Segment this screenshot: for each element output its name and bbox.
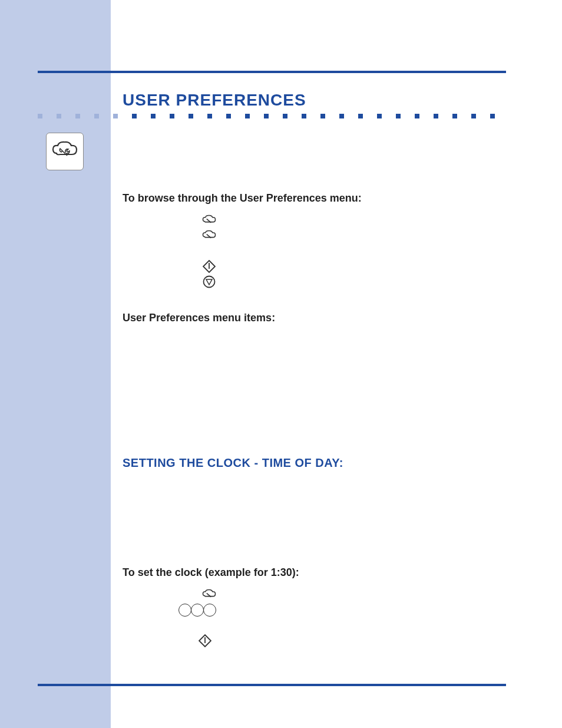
instruction-line <box>202 228 535 243</box>
instruction-line <box>202 618 535 633</box>
instruction-line <box>202 243 535 259</box>
spacer <box>123 332 535 397</box>
instruction-line <box>178 602 535 618</box>
sidebar <box>0 0 111 728</box>
section-heading: SETTING THE CLOCK - TIME OF DAY: <box>123 456 535 470</box>
instruction-line <box>202 259 535 274</box>
menu-items-heading: User Preferences menu items: <box>123 312 535 324</box>
start-icon <box>202 259 216 274</box>
content-area: USER PREFERENCES To browse through the U… <box>123 0 535 728</box>
svg-point-1 <box>204 276 215 288</box>
instruction-line <box>202 274 535 289</box>
number-keys-icon <box>178 604 216 617</box>
wrench-cloud-icon <box>202 213 216 228</box>
wrench-cloud-icon <box>52 140 78 163</box>
start-icon <box>198 634 212 648</box>
instruction-line <box>198 633 535 648</box>
preferences-icon-box <box>46 133 84 170</box>
wrench-cloud-icon <box>202 588 216 602</box>
page-title: USER PREFERENCES <box>123 91 535 110</box>
instruction-line <box>202 213 535 228</box>
stop-icon <box>202 275 216 289</box>
clock-heading: To set the clock (example for 1:30): <box>123 566 535 579</box>
spacer <box>123 479 535 544</box>
browse-heading: To browse through the User Preferences m… <box>123 192 535 205</box>
wrench-cloud-icon <box>202 229 216 243</box>
instruction-line <box>202 587 535 602</box>
